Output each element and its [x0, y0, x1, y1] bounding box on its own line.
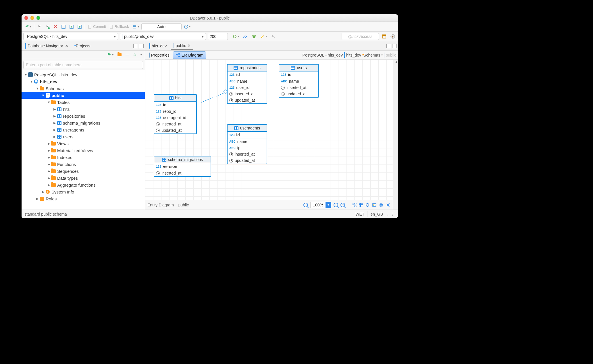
window-zoom-button[interactable]: [36, 16, 40, 20]
export-image-icon[interactable]: [372, 203, 377, 207]
window-close-button[interactable]: [24, 16, 28, 20]
editor-tabbar: hits_dev public ✕: [145, 41, 398, 51]
tree-table-hits[interactable]: ▶hits: [22, 106, 145, 113]
nav-link-button[interactable]: ⇆: [132, 51, 138, 58]
minimize-view-button[interactable]: [133, 44, 138, 48]
highlighter-icon: [260, 34, 265, 39]
nav-menu-button[interactable]: ▾: [139, 51, 143, 58]
dbeaver-logo-button[interactable]: [389, 33, 396, 40]
plug-plus-icon: +: [24, 24, 29, 29]
crumb-connection[interactable]: PostgreSQL - hits_dev: [303, 53, 343, 57]
connect-button[interactable]: [36, 23, 43, 30]
tree-public-schema[interactable]: ▼public: [22, 92, 145, 99]
entity-repositories[interactable]: repositories 123id ABCname 123user_id in…: [227, 64, 267, 104]
marker-button[interactable]: ▾: [259, 33, 268, 40]
settings-icon[interactable]: [386, 203, 390, 207]
tree-schemas[interactable]: ▼Schemas: [22, 85, 145, 92]
close-icon[interactable]: ✕: [188, 44, 190, 48]
zoom-select[interactable]: 100% ▾: [310, 202, 331, 208]
zoom-out-icon[interactable]: −: [340, 203, 345, 207]
refresh-diagram-icon[interactable]: [365, 203, 370, 207]
tree-indexes[interactable]: ▶Indexes: [22, 154, 145, 161]
dbeaver-icon: [390, 34, 395, 39]
tree-tables[interactable]: ▼Tables: [22, 99, 145, 106]
tree-functions[interactable]: ▶Functions: [22, 161, 145, 168]
disconnect-button[interactable]: [52, 23, 59, 30]
tree-table-repositories[interactable]: ▶repositories: [22, 113, 145, 119]
tree-sequences[interactable]: ▶Sequences: [22, 168, 145, 175]
tree-table-schema-migrations[interactable]: ▶schema_migrations: [22, 119, 145, 126]
close-icon[interactable]: ✕: [65, 44, 68, 48]
commit-mode-select[interactable]: Auto: [141, 23, 182, 30]
debug-button[interactable]: [251, 33, 257, 40]
rollback-button[interactable]: Rollback: [108, 23, 130, 30]
svg-rect-5: [88, 25, 91, 28]
subtab-er-diagram[interactable]: ER Diagram: [173, 51, 206, 59]
commit-button[interactable]: Commit: [87, 23, 107, 30]
rollback-label: Rollback: [115, 24, 129, 29]
entity-users[interactable]: users 123id ABCname inserted_at updated_…: [279, 64, 319, 98]
nav-collapse-button[interactable]: —: [124, 51, 130, 58]
stop-button[interactable]: [242, 33, 249, 40]
connection-select[interactable]: PostgreSQL - hits_dev ▾: [23, 33, 118, 40]
folder-icon: [51, 169, 56, 174]
tree-data-types[interactable]: ▶Data types: [22, 175, 145, 181]
tab-dbnav-label: Database Navigator: [28, 44, 63, 48]
crumb-public[interactable]: public: [386, 53, 396, 57]
navigator-filter-input[interactable]: [23, 61, 143, 69]
result-rows-input[interactable]: 200: [208, 33, 228, 40]
editor-tab-hitsdev[interactable]: hits_dev: [146, 42, 170, 49]
grid-toggle-icon[interactable]: [359, 203, 363, 207]
er-diagram-canvas[interactable]: hits 123id 123repo_id 123useragent_id in…: [145, 60, 398, 210]
tree-views[interactable]: ▶Views: [22, 140, 145, 147]
sql-editor-button[interactable]: [60, 23, 67, 30]
refresh-icon: [232, 34, 237, 39]
tree-materialized-views[interactable]: ▶Materialized Views: [22, 147, 145, 154]
perspective-db-button[interactable]: [381, 33, 388, 40]
tab-projects[interactable]: Projects: [72, 42, 93, 49]
status-bar: standard public schema WET en_GB ⋮⋮: [22, 210, 398, 218]
tree-database[interactable]: ▼hits_dev: [22, 78, 145, 85]
print-icon[interactable]: [379, 203, 384, 207]
nav-new-connection-button[interactable]: ▾: [106, 51, 115, 58]
refresh-button[interactable]: ▾: [231, 33, 240, 40]
table-icon: [291, 66, 295, 70]
tree-aggregate-functions[interactable]: ▶Aggregate functions: [22, 181, 145, 188]
svg-rect-21: [352, 204, 354, 205]
collapse-palette-icon: ◀: [395, 60, 397, 63]
search-icon[interactable]: [303, 203, 308, 207]
entity-schema-migrations[interactable]: schema_migrations 123version inserted_at: [154, 156, 211, 177]
entity-hits[interactable]: hits 123id 123repo_id 123useragent_id in…: [154, 94, 197, 134]
zoom-in-icon[interactable]: +: [334, 203, 338, 207]
entity-useragents[interactable]: useragents 123id ABCname ABCip inserted_…: [227, 124, 267, 164]
tree-system-info[interactable]: ▶iSystem Info: [22, 188, 145, 195]
tree-roles[interactable]: ▶Roles: [22, 195, 145, 202]
crumb-schemas[interactable]: Schemas: [363, 53, 380, 57]
tree-connection[interactable]: ▼PostgreSQL - hits_dev: [22, 71, 145, 78]
reconnect-button[interactable]: [44, 23, 51, 30]
crumb-database[interactable]: hits_dev: [346, 53, 361, 57]
new-sql-button[interactable]: [68, 23, 75, 30]
maximize-view-button[interactable]: [139, 44, 144, 48]
subtab-properties[interactable]: Properties: [147, 52, 172, 59]
editor-tab-public[interactable]: public ✕: [171, 42, 193, 50]
tree-table-users[interactable]: ▶users: [22, 133, 145, 140]
navigator-toolbar: ▾ — ⇆ ▾: [22, 51, 145, 59]
svg-text:+: +: [28, 24, 29, 27]
schema-select[interactable]: public@hits_dev ▾: [120, 33, 206, 40]
recent-sql-button[interactable]: [76, 23, 83, 30]
undo-button[interactable]: [270, 33, 277, 40]
nav-new-folder-button[interactable]: [116, 51, 123, 58]
tree-table-useragents[interactable]: ▶useragents: [22, 126, 145, 133]
tab-projects-label: Projects: [76, 44, 91, 48]
tab-database-navigator[interactable]: Database Navigator ✕: [23, 42, 70, 49]
quick-access-input[interactable]: Quick Access: [342, 33, 379, 40]
tx-log-button[interactable]: ▾: [183, 23, 192, 30]
tx-mode-dropdown[interactable]: ▾: [131, 23, 140, 30]
layout-icon[interactable]: [352, 203, 357, 207]
new-connection-button[interactable]: + ▾: [23, 23, 32, 30]
palette-sidebar[interactable]: ◀: [393, 60, 398, 210]
window-minimize-button[interactable]: [30, 16, 34, 20]
maximize-editor-button[interactable]: [392, 44, 397, 48]
minimize-editor-button[interactable]: [386, 44, 391, 48]
